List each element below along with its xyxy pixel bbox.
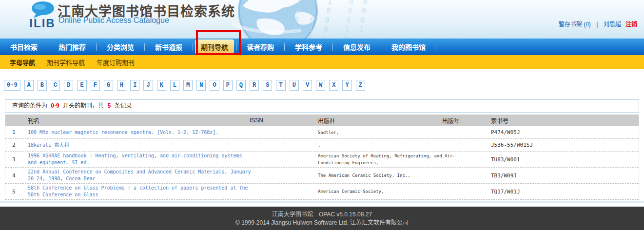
column-header-year: 出版年 bbox=[440, 116, 489, 125]
alphabet-link-N[interactable]: N bbox=[196, 80, 206, 91]
nav-item-5-active[interactable]: 期刊导航 bbox=[195, 39, 234, 54]
alphabet-link-I[interactable]: I bbox=[130, 80, 139, 91]
query-info: 查询的条件为 0-9 开头的期刊，共 5 条记录 bbox=[5, 99, 639, 113]
nav-item-4[interactable]: 新书通报 bbox=[145, 42, 193, 52]
nav-item-1[interactable]: 书目检索 bbox=[0, 42, 48, 52]
alphabet-link-Z[interactable]: Z bbox=[356, 80, 365, 91]
alphabet-link-Y[interactable]: Y bbox=[342, 80, 351, 91]
journal-title-link[interactable]: 100 MHz nuclear magnetic resonance spect… bbox=[28, 130, 218, 135]
alphabet-link-S[interactable]: S bbox=[263, 80, 272, 91]
query-prefix: 查询的条件为 bbox=[12, 102, 47, 109]
opac-page: 100010 000101 10001 00010 0001 ILIB 江南大学… bbox=[0, 0, 644, 230]
subnav-item-3[interactable]: 年度订购期刊 bbox=[97, 58, 135, 67]
query-count: 5 bbox=[107, 102, 111, 109]
alphabet-link-Q[interactable]: Q bbox=[236, 80, 246, 91]
bookshelf-link[interactable]: 暂存书架 (0) bbox=[559, 21, 591, 28]
page-header: 100010 000101 10001 00010 0001 ILIB 江南大学… bbox=[0, 0, 644, 38]
alphabet-link-L[interactable]: L bbox=[170, 80, 179, 91]
alphabet-link-M[interactable]: M bbox=[183, 80, 193, 91]
footer-line2: © 1999-2014 Jiangsu Huiwen Software Ltd.… bbox=[0, 219, 644, 227]
alphabet-link-K[interactable]: K bbox=[157, 80, 166, 91]
nav-item-9[interactable]: 我的图书馆 bbox=[381, 42, 436, 52]
subnav-item-1[interactable]: 字母导航 bbox=[10, 58, 35, 67]
alphabet-link-D[interactable]: D bbox=[64, 80, 73, 91]
publisher-cell: American Ceramic Society, bbox=[316, 188, 440, 195]
alphabet-link-B[interactable]: B bbox=[38, 80, 47, 91]
row-number: 3 bbox=[5, 156, 26, 163]
column-header-callnumber: 索书号 bbox=[489, 116, 639, 125]
title-cell: 22nd Annual Conference on Composites and… bbox=[26, 169, 248, 182]
alphabet-link-O[interactable]: O bbox=[210, 80, 219, 91]
alphabet-link-A[interactable]: A bbox=[24, 80, 34, 91]
alphabet-link-F[interactable]: F bbox=[91, 80, 100, 91]
row-number: 5 bbox=[5, 189, 26, 195]
logo-text: ILIB bbox=[25, 19, 59, 28]
callnumber-cell: P474/W05J bbox=[489, 129, 639, 135]
publisher-cell: , bbox=[316, 142, 440, 149]
query-keyword: 0-9 bbox=[51, 102, 59, 109]
user-bar-separator: | bbox=[596, 21, 598, 28]
alphabet-link-R[interactable]: R bbox=[250, 80, 259, 91]
alphabet-nav: 0-9ABCDEFGHIJKLMNOPQRSTUVWXYZ bbox=[4, 79, 644, 92]
subnav-item-2[interactable]: 期刊学科导航 bbox=[47, 58, 85, 67]
table-row: 31996 ASHRAE handbook : Heating, ventila… bbox=[5, 152, 639, 168]
nav-separator bbox=[436, 43, 436, 51]
table-row: 422nd Annual Conference on Composites an… bbox=[5, 168, 639, 184]
nav-item-7[interactable]: 学科参考 bbox=[285, 42, 332, 52]
column-header-issn: ISSN bbox=[248, 117, 316, 124]
journal-title-link[interactable]: 1996 ASHRAE handbook : Heating, ventilat… bbox=[28, 153, 242, 165]
footer-line1: 江南大学图书馆 OPAC v5.0.15.08.27 bbox=[0, 211, 644, 219]
page-footer: 江南大学图书馆 OPAC v5.0.15.08.27 © 1999-2014 J… bbox=[0, 207, 644, 230]
row-number: 1 bbox=[5, 129, 26, 135]
alphabet-link-C[interactable]: C bbox=[51, 80, 60, 91]
alphabet-link-X[interactable]: X bbox=[329, 80, 338, 91]
table-header-row: 刊名 ISSN 出版社 出版年 索书号 bbox=[5, 115, 639, 126]
alphabet-link-W[interactable]: W bbox=[316, 80, 325, 91]
sub-nav: 字母导航期刊学科导航年度订购期刊 bbox=[0, 55, 644, 69]
table-row: 558th Conference on Glass Problems : a c… bbox=[5, 184, 639, 200]
row-number: 2 bbox=[5, 142, 26, 148]
alphabet-link-H[interactable]: H bbox=[117, 80, 126, 91]
column-header-title: 刊名 bbox=[26, 116, 248, 125]
logout-link[interactable]: 注销 bbox=[625, 21, 637, 28]
main-nav: 书目检索热门推荐分类浏览新书通报期刊导航读者荐购学科参考信息发布我的图书馆 bbox=[0, 38, 644, 55]
callnumber-cell: TU83/W001 bbox=[489, 156, 639, 163]
publisher-cell: American Society of Heating, Refrigerati… bbox=[316, 153, 440, 166]
nav-item-8[interactable]: 信息发布 bbox=[333, 42, 381, 52]
nav-item-6[interactable]: 读者荐购 bbox=[236, 42, 284, 52]
nav-item-3[interactable]: 分类浏览 bbox=[97, 42, 144, 52]
title-cell: 58th Conference on Glass Problems : a co… bbox=[26, 185, 248, 198]
publisher-cell: Sadtler, bbox=[316, 129, 440, 136]
table-row: 1100 MHz nuclear magnetic resonance spec… bbox=[5, 126, 639, 139]
query-suffix: 条记录 bbox=[114, 102, 132, 109]
nav-item-2[interactable]: 热门推荐 bbox=[48, 42, 96, 52]
row-number: 4 bbox=[5, 172, 26, 179]
binary-decoration: 00010 bbox=[341, 0, 356, 38]
site-subtitle: Online Public Access Catalogue bbox=[59, 16, 169, 25]
alphabet-link-P[interactable]: P bbox=[223, 80, 233, 91]
title-cell: 18karati 意大利 bbox=[26, 142, 248, 149]
results-table: 刊名 ISSN 出版社 出版年 索书号 1100 MHz nuclear mag… bbox=[5, 115, 639, 200]
username-link[interactable]: 刘思超 bbox=[604, 21, 621, 28]
table-body: 1100 MHz nuclear magnetic resonance spec… bbox=[5, 126, 639, 200]
binary-decoration: 0001 bbox=[356, 0, 370, 35]
callnumber-cell: TB3/W09J bbox=[489, 172, 639, 179]
callnumber-cell: J536-55/W01SJ bbox=[489, 142, 639, 148]
alphabet-link-E[interactable]: E bbox=[77, 80, 86, 91]
alphabet-link-G[interactable]: G bbox=[104, 80, 113, 91]
speech-bubble-icon bbox=[30, 1, 55, 19]
publisher-cell: The American Ceramic Society, Inc., bbox=[316, 172, 440, 179]
alphabet-link-T[interactable]: T bbox=[276, 80, 285, 91]
alphabet-link-0-9[interactable]: 0-9 bbox=[4, 80, 20, 91]
title-cell: 100 MHz nuclear magnetic resonance spect… bbox=[26, 129, 248, 136]
alphabet-link-V[interactable]: V bbox=[303, 80, 312, 91]
ilib-logo[interactable]: ILIB bbox=[25, 1, 59, 28]
callnumber-cell: TQ17/W01J bbox=[489, 189, 639, 195]
query-middle: 开头的期刊，共 bbox=[63, 102, 104, 109]
alphabet-link-J[interactable]: J bbox=[143, 80, 153, 91]
column-header-publisher: 出版社 bbox=[316, 116, 440, 125]
alphabet-link-U[interactable]: U bbox=[290, 80, 299, 91]
journal-title-link[interactable]: 58th Conference on Glass Problems : a co… bbox=[28, 185, 248, 197]
journal-title-link[interactable]: 22nd Annual Conference on Composites and… bbox=[28, 169, 251, 181]
journal-title-link[interactable]: 18karati 意大利 bbox=[28, 142, 69, 148]
